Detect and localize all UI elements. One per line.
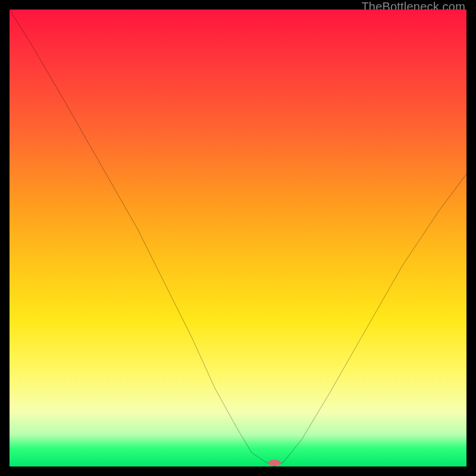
plot-area <box>10 10 466 466</box>
optimal-marker <box>268 459 281 466</box>
curve-svg <box>10 10 466 466</box>
bottleneck-curve-path <box>10 10 466 466</box>
chart-frame: TheBottleneck.com <box>0 0 476 476</box>
